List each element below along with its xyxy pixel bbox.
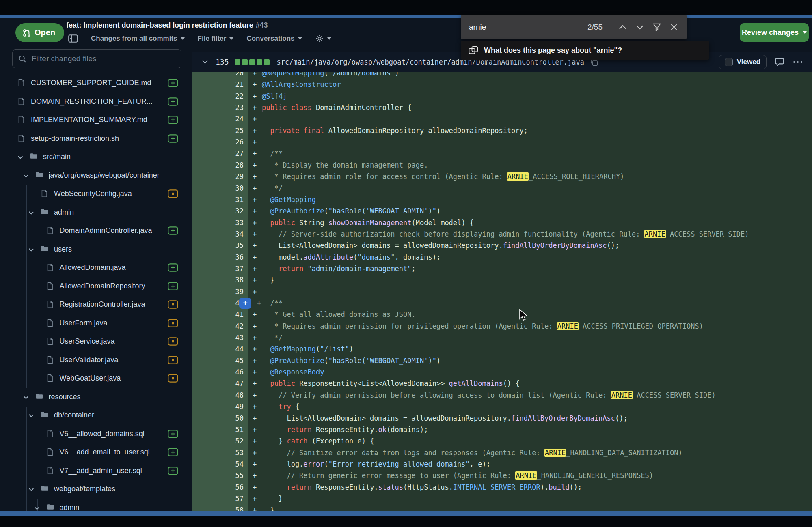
line-number: 57 bbox=[192, 493, 244, 505]
pr-toolbar: Changes from all commitsFile filterConve… bbox=[68, 33, 331, 44]
code-text: @Slf4j bbox=[262, 90, 287, 102]
find-close-button[interactable] bbox=[665, 19, 682, 36]
diff-line-22: 22+@Slf4j bbox=[192, 90, 812, 102]
tree-file-alloweddomainrepository[interactable]: AllowedDomainRepository.... bbox=[0, 277, 188, 296]
tree-file-setup-domain-restriction-sh[interactable]: setup-domain-restriction.sh bbox=[0, 130, 188, 148]
tree-expand-chevron-icon[interactable] bbox=[17, 154, 23, 158]
code-text: /** bbox=[262, 148, 283, 159]
diff-added-marker: + bbox=[253, 240, 257, 252]
tree-file-v5-allowed-domains-sql[interactable]: V5__allowed_domains.sql bbox=[0, 425, 188, 444]
find-query-input[interactable]: arnie bbox=[469, 23, 486, 32]
tree-item-label: DOMAIN_RESTRICTION_FEATUR... bbox=[31, 97, 153, 106]
diff-line-51: 51+ return ResponseEntity.ok(domains); bbox=[192, 424, 812, 436]
code-text: // Server-side authorization check befor… bbox=[262, 228, 749, 240]
tree-file-domain-restriction-featur[interactable]: DOMAIN_RESTRICTION_FEATUR... bbox=[0, 93, 188, 112]
tree-file-registrationcontroller-java[interactable]: RegistrationController.java bbox=[0, 296, 188, 314]
diff-added-marker: + bbox=[253, 286, 257, 298]
diff-line-40: 40+ /** bbox=[192, 297, 812, 309]
diff-added-marker: + bbox=[253, 72, 257, 79]
diff-settings-gear[interactable] bbox=[315, 34, 331, 43]
file-icon bbox=[46, 374, 54, 382]
conversations-dropdown[interactable]: Conversations bbox=[246, 34, 302, 43]
viewed-label: Viewed bbox=[737, 58, 760, 66]
code-text: @ResponseBody bbox=[262, 366, 324, 378]
tree-expand-chevron-icon[interactable] bbox=[28, 246, 34, 250]
tree-file-uservalidator-java[interactable]: UserValidator.java bbox=[0, 351, 188, 370]
tree-file-v6-add-email-to-user-sql[interactable]: V6__add_email_to_user.sql bbox=[0, 443, 188, 462]
review-changes-button[interactable]: Review changes bbox=[740, 23, 809, 42]
tree-file-v7-add-admin-user-sql[interactable]: V7__add_admin_user.sql bbox=[0, 462, 188, 481]
bottom-accent-line bbox=[0, 511, 812, 516]
tree-file-websecurityconfig-java[interactable]: WebSecurityConfig.java bbox=[0, 185, 188, 204]
code-text: @PreAuthorize("hasRole('WEBGOAT_ADMIN')"… bbox=[262, 355, 441, 367]
add-line-comment-button[interactable]: + bbox=[239, 298, 251, 309]
code-text: List<AllowedDomain> domains = allowedDom… bbox=[262, 240, 619, 252]
tree-expand-chevron-icon[interactable] bbox=[28, 486, 34, 490]
kebab-menu-icon[interactable] bbox=[793, 58, 803, 67]
search-icon bbox=[18, 55, 27, 63]
tree-folder-java-org-owasp-webgoat-container[interactable]: java/org/owasp/webgoat/container bbox=[0, 167, 188, 185]
line-number: 38 bbox=[192, 274, 244, 286]
line-number: 44 bbox=[192, 343, 244, 355]
line-number: 36 bbox=[192, 252, 244, 263]
file-icon bbox=[46, 448, 54, 456]
diff-line-39: 39+ bbox=[192, 286, 812, 298]
find-bar-divider bbox=[610, 20, 610, 34]
tree-expand-chevron-icon[interactable] bbox=[28, 209, 34, 213]
file-filter-dropdown[interactable]: File filter bbox=[198, 34, 234, 43]
tree-file-userservice-java[interactable]: UserService.java bbox=[0, 333, 188, 351]
diff-added-marker: + bbox=[253, 274, 257, 286]
find-previous-button[interactable] bbox=[614, 19, 631, 36]
tree-file-domainadmincontroller-java[interactable]: DomainAdminController.java bbox=[0, 222, 188, 241]
changes-from-all-commits-dropdown[interactable]: Changes from all commits bbox=[91, 34, 185, 43]
tree-folder-db-container[interactable]: db/container bbox=[0, 407, 188, 425]
sidebar-toggle-icon[interactable] bbox=[68, 34, 78, 43]
tree-folder-src-main[interactable]: src/main bbox=[0, 148, 188, 167]
folder-icon bbox=[35, 171, 43, 179]
code-text: // Verify admin permission before allowi… bbox=[262, 389, 716, 401]
code-text: return "admin/domain-management"; bbox=[262, 263, 416, 275]
tree-file-customer-support-guide-md[interactable]: CUSTOMER_SUPPORT_GUIDE.md bbox=[0, 74, 188, 93]
tree-expand-chevron-icon[interactable] bbox=[23, 394, 29, 398]
find-next-button[interactable] bbox=[631, 19, 648, 36]
folder-icon bbox=[41, 208, 49, 216]
tree-folder-webgoat-templates[interactable]: webgoat/templates bbox=[0, 480, 188, 499]
tree-file-implementation-summary-md[interactable]: IMPLEMENTATION_SUMMARY.md bbox=[0, 111, 188, 130]
find-filter-button[interactable] bbox=[648, 19, 665, 36]
file-status-added-icon bbox=[168, 97, 178, 106]
code-text: @GetMapping bbox=[262, 194, 316, 206]
file-icon bbox=[46, 226, 54, 234]
caret-down-icon bbox=[181, 37, 185, 40]
line-number: 26 bbox=[192, 136, 244, 148]
code-text: * Requires admin permission for privileg… bbox=[262, 321, 703, 332]
tree-item-label: IMPLEMENTATION_SUMMARY.md bbox=[31, 116, 147, 124]
file-icon bbox=[46, 319, 54, 327]
tree-file-webgoatuser-java[interactable]: WebGoatUser.java bbox=[0, 370, 188, 388]
line-number: 28 bbox=[192, 159, 244, 171]
diff-added-marker: + bbox=[253, 79, 257, 90]
tree-expand-chevron-icon[interactable] bbox=[34, 505, 40, 509]
filter-changed-files-input[interactable]: Filter changed files bbox=[12, 49, 181, 68]
viewed-checkbox[interactable] bbox=[725, 58, 733, 66]
tree-file-alloweddomain-java[interactable]: AllowedDomain.java bbox=[0, 259, 188, 277]
tree-expand-chevron-icon[interactable] bbox=[28, 412, 34, 416]
file-icon bbox=[46, 467, 54, 475]
comment-icon[interactable] bbox=[775, 58, 784, 67]
tree-file-userform-java[interactable]: UserForm.java bbox=[0, 314, 188, 333]
file-filter-dropdown-label: File filter bbox=[198, 34, 227, 43]
tree-folder-admin[interactable]: admin bbox=[0, 499, 188, 512]
find-ai-suggestion[interactable]: What does this page say about "arnie"? bbox=[461, 41, 709, 60]
line-number: 53 bbox=[192, 447, 244, 459]
tree-folder-users[interactable]: users bbox=[0, 241, 188, 259]
viewed-toggle[interactable]: Viewed bbox=[719, 55, 767, 69]
tree-folder-admin[interactable]: admin bbox=[0, 204, 188, 222]
tree-folder-resources[interactable]: resources bbox=[0, 388, 188, 407]
code-text: List<AllowedDomain> domains = allowedDom… bbox=[262, 413, 628, 424]
find-match-highlight: ARNIE bbox=[644, 230, 666, 238]
pr-title: feat: Implement domain-based login restr… bbox=[66, 21, 268, 30]
diff-line-36: 36+ model.addAttribute("domains", domain… bbox=[192, 252, 812, 263]
diff-added-marker: + bbox=[253, 102, 257, 114]
collapse-file-chevron-icon[interactable] bbox=[202, 60, 208, 64]
code-text: @GetMapping("/list") bbox=[262, 343, 353, 355]
tree-expand-chevron-icon[interactable] bbox=[23, 172, 29, 176]
